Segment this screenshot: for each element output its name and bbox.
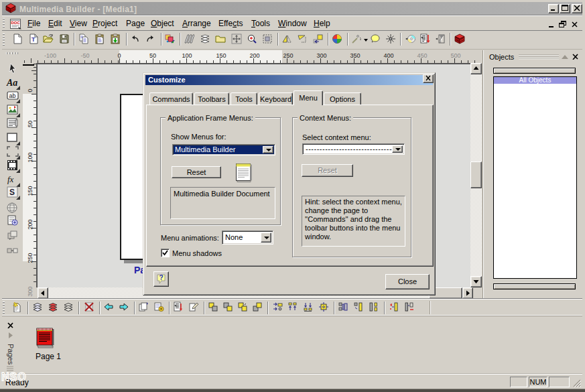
svg-text:Aa: Aa — [6, 78, 17, 88]
svg-text:?: ? — [159, 274, 164, 281]
svg-text:DOC: DOC — [11, 21, 21, 25]
svg-text:fx: fx — [7, 174, 14, 184]
svg-text:T: T — [31, 36, 36, 43]
svg-text:S: S — [9, 188, 15, 197]
svg-text:ab: ab — [9, 92, 16, 99]
